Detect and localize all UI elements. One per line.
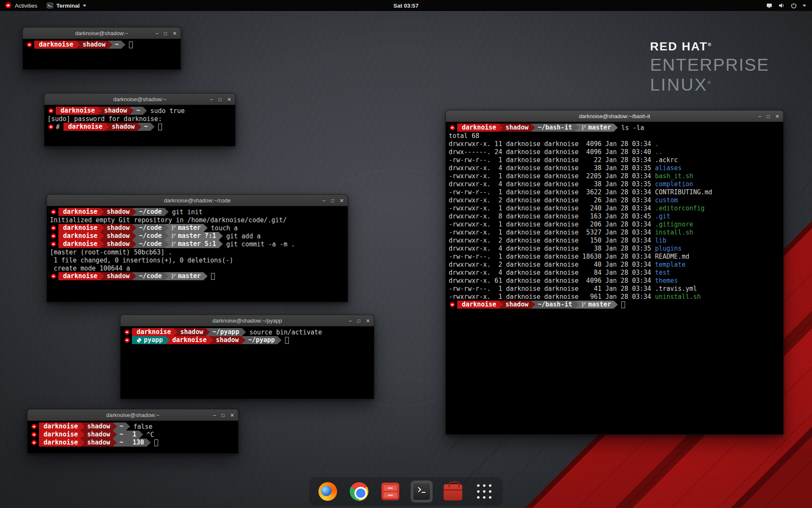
maximize-button[interactable]: □ xyxy=(219,97,222,102)
file-meta: -rwxrwxr-x. 1 darknoise darknoise 240 Ja… xyxy=(449,204,655,212)
minimize-button[interactable]: – xyxy=(213,413,216,418)
minimize-button[interactable]: – xyxy=(156,31,159,36)
terminal-cursor xyxy=(154,439,158,446)
firefox-icon[interactable] xyxy=(317,480,339,502)
prompt-segment: shadow xyxy=(499,301,535,309)
terminal-window[interactable]: darknoise@shadow:~/bash-it – □ ✕ darknoi… xyxy=(445,110,784,435)
python-icon xyxy=(137,338,142,343)
terminal-line: darknoiseshadow~/codemaster xyxy=(50,272,345,280)
titlebar[interactable]: darknoise@shadow:~ – □ ✕ xyxy=(44,94,235,105)
titlebar[interactable]: darknoise@shadow:~/bash-it – □ ✕ xyxy=(446,110,783,122)
redhat-icon xyxy=(31,424,37,429)
prompt-segment: shadow xyxy=(100,272,136,280)
terminal-line: drwx------. 24 darknoise darknoise 4096 … xyxy=(449,148,780,156)
output-text: 1 file changed, 0 insertions(+), 0 delet… xyxy=(50,257,233,264)
minimize-button[interactable]: – xyxy=(323,198,326,203)
terminal-output[interactable]: darknoiseshadow~/codegit initInitialized… xyxy=(47,206,348,301)
maximize-button[interactable]: □ xyxy=(357,318,360,323)
output-text: total 68 xyxy=(449,132,479,140)
terminal-line: drwxrwxr-x. 4 darknoise darknoise 84 Jan… xyxy=(449,268,780,276)
redhat-icon xyxy=(51,209,56,215)
redhat-icon xyxy=(450,125,455,130)
prompt-segment: shadow xyxy=(80,439,117,447)
file-name: lib xyxy=(655,237,667,244)
terminal-output[interactable]: darknoiseshadow~/bash-itmasterls -latota… xyxy=(446,122,783,434)
file-meta: drwxrwxr-x. 2 darknoise darknoise 150 Ja… xyxy=(449,237,655,244)
file-name: .editorconfig xyxy=(655,204,705,212)
terminal-output[interactable]: darknoiseshadow~falsedarknoiseshadow~1^C… xyxy=(27,421,238,453)
minimize-button[interactable]: – xyxy=(210,97,213,102)
terminal-window[interactable]: darknoise@shadow:~/code – □ ✕ darknoises… xyxy=(47,194,348,302)
window-title: darknoise@shadow:~ xyxy=(27,412,238,418)
minimize-button[interactable]: – xyxy=(758,114,761,119)
prompt-segment: shadow xyxy=(173,328,210,336)
system-tray[interactable] xyxy=(760,0,812,11)
terminal-window[interactable]: darknoise@shadow:~/pyapp – □ ✕ darknoise… xyxy=(120,315,374,399)
close-button[interactable]: ✕ xyxy=(366,318,370,323)
prompt-segment: darknoise xyxy=(58,208,104,216)
redhat-icon xyxy=(51,225,56,231)
terminal-output[interactable]: darknoiseshadow~ xyxy=(23,39,181,69)
maximize-button[interactable]: □ xyxy=(222,413,225,418)
prompt-segment: darknoise xyxy=(58,224,104,232)
titlebar[interactable]: darknoise@shadow:~/pyapp – □ ✕ xyxy=(121,315,374,326)
prompt-segment: shadow xyxy=(209,336,245,344)
brand-line-redhat: RED HAT® xyxy=(650,40,769,53)
file-name: template xyxy=(655,261,686,268)
terminal-output[interactable]: darknoiseshadow~/pyappsource bin/activat… xyxy=(121,326,374,398)
file-meta: -rw-rw-r--. 1 darknoise darknoise 22 Jan… xyxy=(449,156,655,164)
prompt-segment: darknoise xyxy=(132,328,178,336)
file-name: .travis.yml xyxy=(655,285,697,293)
window-title: darknoise@shadow:~/code xyxy=(47,197,348,204)
command-text: ^C xyxy=(147,431,154,439)
terminal-line: 1 file changed, 0 insertions(+), 0 delet… xyxy=(50,256,345,264)
close-button[interactable]: ✕ xyxy=(227,97,231,102)
prompt-segment: ~/pyapp xyxy=(241,336,282,344)
terminal-cursor xyxy=(285,337,289,344)
close-button[interactable]: ✕ xyxy=(230,413,234,418)
terminal-line: darknoiseshadow~false xyxy=(30,422,235,431)
terminal-line: drwxrwxr-x. 2 darknoise darknoise 26 Jan… xyxy=(449,196,780,204)
terminal-window[interactable]: darknoise@shadow:~ – □ ✕ darknoiseshadow… xyxy=(22,27,181,70)
prompt-segment: darknoise xyxy=(56,107,102,115)
files-icon[interactable] xyxy=(379,480,401,502)
titlebar[interactable]: darknoise@shadow:~ – □ ✕ xyxy=(27,409,238,421)
show-apps-icon[interactable] xyxy=(473,480,495,502)
terminal-cursor xyxy=(211,273,215,280)
toolbox-icon[interactable] xyxy=(442,480,464,502)
close-button[interactable]: ✕ xyxy=(340,198,344,203)
titlebar[interactable]: darknoise@shadow:~/code – □ ✕ xyxy=(47,195,348,206)
terminal-window[interactable]: darknoise@shadow:~ – □ ✕ darknoiseshadow… xyxy=(27,409,239,454)
terminal-line: drwxrwxr-x. 4 darknoise darknoise 38 Jan… xyxy=(449,164,780,172)
brand-line-enterprise: ENTERPRISE xyxy=(650,55,769,75)
terminal-line: drwxrwxr-x. 2 darknoise darknoise 150 Ja… xyxy=(449,236,780,244)
terminal-line: darknoiseshadow~130 xyxy=(30,439,235,447)
terminal-line: darknoiseshadow~ xyxy=(26,41,178,49)
prompt-segment: darknoise xyxy=(58,240,104,248)
output-text: [master (root-commit) 50bcb63] . xyxy=(50,248,172,256)
chrome-icon[interactable] xyxy=(348,480,370,502)
terminal-output[interactable]: darknoiseshadow~sudo true[sudo] password… xyxy=(44,105,235,146)
prompt-segment: shadow xyxy=(76,41,112,49)
terminal-line: darknoiseshadow~/bash-itmaster xyxy=(449,301,780,309)
terminal-window[interactable]: darknoise@shadow:~ – □ ✕ darknoiseshadow… xyxy=(44,93,236,146)
terminal-dock-icon[interactable] xyxy=(411,480,433,502)
activities-button[interactable]: Activities xyxy=(0,0,42,11)
maximize-button[interactable]: □ xyxy=(767,114,770,119)
titlebar[interactable]: darknoise@shadow:~ – □ ✕ xyxy=(23,28,181,39)
terminal-line: darknoiseshadow~/pyappsource bin/activat… xyxy=(123,328,371,336)
top-bar: Activities Terminal Sat 03:57 xyxy=(0,0,812,11)
prompt-segment: ~/pyapp xyxy=(206,328,246,336)
minimize-button[interactable]: – xyxy=(349,318,352,323)
clock[interactable]: Sat 03:57 xyxy=(393,3,418,9)
activities-label: Activities xyxy=(15,3,37,9)
maximize-button[interactable]: □ xyxy=(164,31,167,36)
file-meta: drwxrwxr-x. 11 darknoise darknoise 4096 … xyxy=(449,140,655,148)
command-text: git init xyxy=(172,208,203,216)
close-button[interactable]: ✕ xyxy=(173,31,177,36)
close-button[interactable]: ✕ xyxy=(775,114,779,119)
app-menu[interactable]: Terminal xyxy=(42,0,90,11)
terminal-line: -rw-rw-r--. 1 darknoise darknoise 3622 J… xyxy=(449,188,780,196)
redhat-icon xyxy=(51,241,56,247)
maximize-button[interactable]: □ xyxy=(331,198,334,203)
